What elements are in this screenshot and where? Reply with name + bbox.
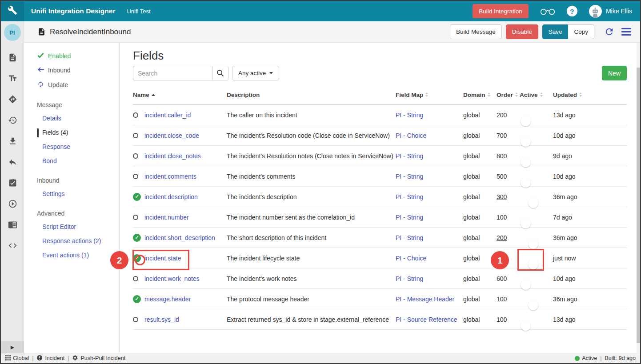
scope-item[interactable]: Global [5,355,29,362]
field-name-link[interactable]: incident.close_notes [144,152,201,160]
user-avatar[interactable] [589,5,602,18]
check-icon [37,52,44,60]
download-icon[interactable] [1,131,24,152]
field-map-link[interactable]: PI - String [396,275,423,282]
field-map-link[interactable]: PI - String [396,112,423,119]
field-name-link[interactable]: message.header [144,296,191,303]
nav-section-inbound: Inbound [24,168,119,187]
column-header-name[interactable]: Name [133,92,227,98]
field-map-link[interactable]: PI - String [396,173,423,180]
inactive-circle-icon [133,174,144,179]
refresh-icon[interactable] [604,27,614,37]
field-description: The incident's description [227,193,396,200]
integration-item[interactable]: Push-Pull Incident [72,355,125,362]
field-order: 100 [497,316,507,323]
field-order: 600 [497,275,507,282]
nav-update-type[interactable]: Update [24,77,119,92]
user-name[interactable]: Mike Ellis [606,8,632,15]
column-header-order[interactable]: Order [497,92,520,98]
field-updated: 10d ago [553,132,627,139]
field-domain: global [463,173,497,180]
column-header-active[interactable]: Active [520,92,553,98]
directions-icon[interactable] [1,89,24,110]
copy-button[interactable]: Copy [568,24,594,39]
preview-glasses-icon[interactable] [540,7,555,16]
disable-button[interactable]: Disable [506,24,538,39]
field-order: 700 [497,132,507,139]
new-field-button[interactable]: New [602,66,627,80]
field-order: 200 [497,112,507,119]
field-map-link[interactable]: PI - String [396,234,423,241]
task-icon[interactable] [1,172,24,193]
wrench-icon [8,5,17,17]
field-domain: global [463,132,497,139]
nav-inbound-direction[interactable]: Inbound [24,63,119,77]
process-item[interactable]: Incident [36,355,64,362]
nav-enabled[interactable]: Enabled [24,49,119,63]
column-header-field-map[interactable]: Field Map [396,92,463,98]
field-description: The incident's Resolution code (Close co… [227,132,396,139]
history-icon[interactable] [1,110,24,131]
nav-item-details[interactable]: Details [24,111,119,125]
active-filter-dropdown[interactable]: Any active [232,66,279,80]
field-map-link[interactable]: PI - String [396,193,423,200]
field-order[interactable]: 100 [497,296,507,303]
nav-item-event-actions[interactable]: Event actions (1) [24,248,119,262]
field-name-link[interactable]: incident.work_notes [144,275,200,282]
field-name-link[interactable]: result.sys_id [144,316,179,323]
code-icon[interactable] [1,235,24,256]
nav-item-response[interactable]: Response [24,140,119,154]
field-map-link[interactable]: PI - Message Header [396,296,454,303]
save-button[interactable]: Save [542,24,569,39]
rail-expand-button[interactable]: ▶ [1,341,24,353]
workspace-name[interactable]: Unifi Test [127,8,150,15]
field-updated: 36m ago [553,234,627,241]
integration-avatar[interactable]: PI [4,24,21,41]
scrollbar-track[interactable] [637,43,640,353]
document-icon[interactable] [1,47,24,68]
field-map-link[interactable]: PI - String [396,152,423,160]
field-name-link[interactable]: incident.comments [144,173,196,180]
scrollbar-thumb[interactable] [637,68,640,343]
field-map-link[interactable]: PI - Choice [396,255,426,262]
icon-rail: PI [1,21,24,353]
nav-item-fields[interactable]: Fields (4) [24,125,119,140]
field-name-link[interactable]: incident.description [144,193,198,200]
field-domain: global [463,316,497,323]
help-icon[interactable]: ? [567,6,577,16]
message-title: ResolveIncidentInbound [50,28,131,36]
nav-item-settings[interactable]: Settings [24,187,119,201]
column-header-updated[interactable]: Updated [553,92,627,98]
field-name-link[interactable]: incident.short_description [144,234,215,241]
search-input[interactable] [133,66,212,80]
field-name-link[interactable]: incident.close_code [144,132,199,139]
field-map-link[interactable]: PI - Source Reference [396,316,457,323]
search-icon[interactable] [212,66,228,80]
field-name-link[interactable]: incident.number [144,214,189,221]
nav-section-advanced: Advanced [24,201,119,220]
hamburger-menu-icon[interactable] [621,28,631,36]
annotation-callout-2: 2 [110,251,128,269]
field-order[interactable]: 300 [497,193,507,200]
build-message-button[interactable]: Build Message [450,24,502,39]
field-map-link[interactable]: PI - Choice [396,132,426,139]
nav-item-response-actions[interactable]: Response actions (2) [24,234,119,248]
field-updated: 10d ago [553,275,627,282]
sidebar-nav: Enabled Inbound Update Message Details F… [24,43,120,353]
column-header-domain[interactable]: Domain [463,92,497,98]
nav-item-script-editor[interactable]: Script Editor [24,220,119,234]
book-icon[interactable] [1,214,24,235]
table-row: incident.work_notes The incident's work … [133,268,627,289]
built-timestamp: Built: 9d ago [605,355,636,361]
column-header-description[interactable]: Description [227,92,396,98]
field-name-link[interactable]: incident.caller_id [144,112,191,119]
reply-icon[interactable] [1,152,24,172]
build-integration-button[interactable]: Build Integration [473,4,529,18]
nav-item-bond[interactable]: Bond [24,154,119,168]
sort-icon [540,92,543,97]
app-logo[interactable] [1,1,24,21]
text-icon[interactable] [1,68,24,89]
field-order[interactable]: 200 [497,234,507,241]
play-icon[interactable] [1,193,24,214]
field-map-link[interactable]: PI - String [396,214,423,221]
